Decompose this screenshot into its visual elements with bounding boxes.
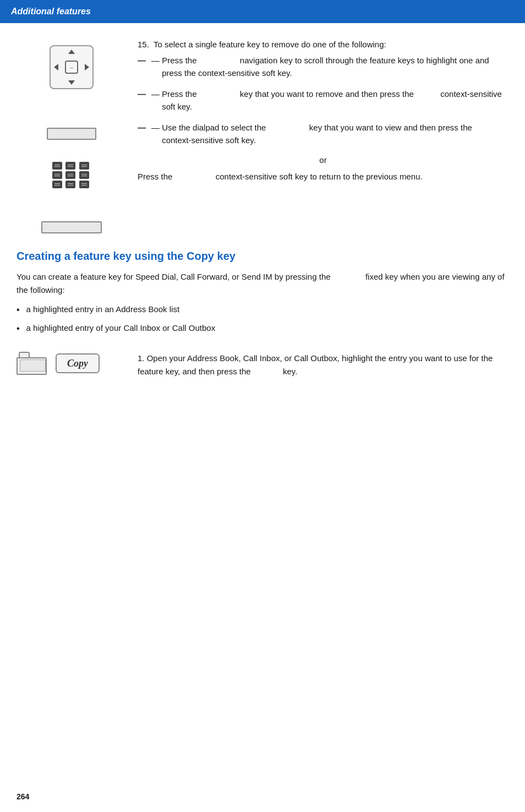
header-bar: Additional features xyxy=(0,0,525,23)
bullet-item-3: — Use the dialpad to select the key that… xyxy=(138,122,508,146)
dialpad-key-1 xyxy=(52,162,62,170)
bullet-text-2: Press the key that you want to remove an… xyxy=(162,88,508,113)
bullet-dash-1: — xyxy=(151,55,162,67)
section-body-text: You can create a feature key for Speed D… xyxy=(17,270,508,297)
bullet-text-3: Use the dialpad to select the key that y… xyxy=(162,122,508,146)
step-1-number: 1. xyxy=(138,353,145,363)
dialpad-key-3 xyxy=(79,162,89,170)
bullet-call-inbox: a highlighted entry of your Call Inbox o… xyxy=(17,322,508,335)
folder-icon xyxy=(17,352,47,375)
arrow-down-icon xyxy=(68,80,75,85)
step-1-instruction: 1. Open your Address Book, Call Inbox, o… xyxy=(127,352,508,378)
icons-row: Copy xyxy=(17,352,127,375)
dialpad-key-5 xyxy=(65,171,75,179)
dialpad-key-2 xyxy=(65,162,75,170)
soft-key-bar-icon xyxy=(47,128,96,140)
dialpad-key-6 xyxy=(79,171,89,179)
bullet-item-1: — Press the navigation key to scroll thr… xyxy=(138,55,508,79)
step-1-text: Open your Address Book, Call Inbox, or C… xyxy=(138,353,493,376)
section-bullet-list: a highlighted entry in an Address Book l… xyxy=(17,303,508,335)
bullet-dash-3: — xyxy=(151,122,162,134)
step-15-bullets: — Press the navigation key to scroll thr… xyxy=(138,55,508,146)
dialpad-key-9 xyxy=(79,181,89,188)
copy-key-button: Copy xyxy=(56,353,100,373)
bullet-label-2: a highlighted entry of your Call Inbox o… xyxy=(26,322,216,335)
bullet-dash-2: — xyxy=(151,88,162,101)
content-area: – 15. To select a xyxy=(0,40,525,395)
or-divider: or xyxy=(138,155,508,165)
center-button-icon: – xyxy=(65,61,78,74)
step-15-intro: 15. To select a single feature key to re… xyxy=(138,40,508,49)
arrow-left-icon xyxy=(54,64,58,70)
page-title: Additional features xyxy=(11,7,514,17)
page-number: 264 xyxy=(17,792,29,801)
dialpad-icon xyxy=(52,162,91,188)
folder-body xyxy=(17,357,47,375)
dialpad-key-4 xyxy=(52,171,62,179)
arrow-up-icon xyxy=(68,50,75,54)
image-column: – xyxy=(17,40,127,233)
copy-key-label: Copy xyxy=(67,358,88,369)
bullet-label-1: a highlighted entry in an Address Book l… xyxy=(26,303,180,316)
nav-key-icon: – xyxy=(50,45,94,89)
folder-inner xyxy=(20,359,46,372)
bottom-instruction-section: Copy 1. Open your Address Book, Call Inb… xyxy=(17,352,508,378)
bullet-item-2: — Press the key that you want to remove … xyxy=(138,88,508,113)
bullet-text-1: Press the navigation key to scroll throu… xyxy=(162,55,508,79)
press-text: Press the context-sensitive soft key to … xyxy=(138,170,508,183)
soft-key-bar-bottom-icon xyxy=(41,221,102,233)
section-heading: Creating a feature key using the Copy ke… xyxy=(17,250,508,263)
step-15-text: 15. To select a single feature key to re… xyxy=(127,40,508,233)
step-15-section: – 15. To select a xyxy=(17,40,508,233)
dialpad-key-7 xyxy=(52,181,62,188)
dialpad-key-8 xyxy=(65,181,75,188)
arrow-right-icon xyxy=(85,64,89,70)
bullet-address-book: a highlighted entry in an Address Book l… xyxy=(17,303,508,317)
